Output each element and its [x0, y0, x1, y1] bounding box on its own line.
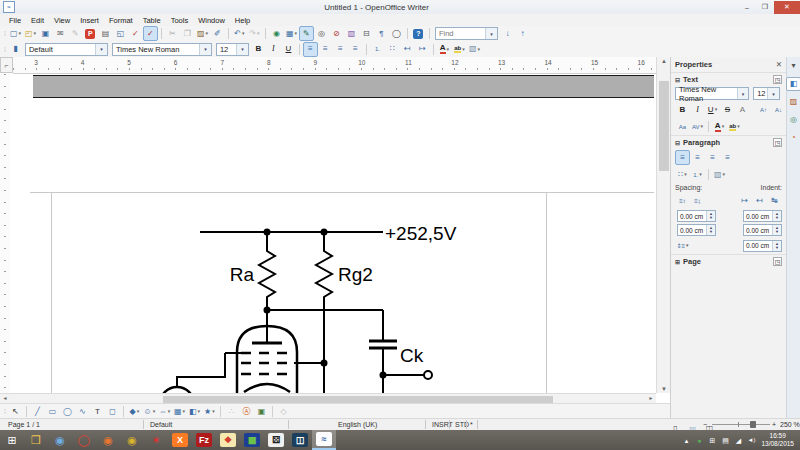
email-document[interactable]: ✉ [53, 26, 68, 41]
format-paintbrush[interactable]: ✐ [210, 26, 225, 41]
paragraph-background[interactable]: ▧▾ [712, 167, 727, 182]
strikethrough[interactable]: S [720, 102, 735, 117]
xampp[interactable]: X [168, 430, 192, 450]
start-button[interactable]: ⊞ [0, 430, 24, 450]
paragraph-background-dropdown-icon[interactable]: ▾ [723, 172, 726, 177]
security-status[interactable]: ● [693, 433, 705, 448]
fontwork-gallery[interactable]: Ⓐ [239, 404, 254, 419]
basic-shapes-dropdown-icon[interactable]: ▾ [137, 409, 140, 414]
menu-table[interactable]: Table [138, 16, 166, 25]
spacing-above-spinner[interactable]: 0.00 cm▲▼ [677, 210, 716, 222]
app-dice[interactable]: ⚄ [264, 430, 288, 450]
export-pdf[interactable]: P [83, 26, 98, 41]
tab-properties[interactable]: ◧ [786, 77, 800, 91]
page-preview[interactable]: ◱ [113, 26, 128, 41]
sb-increase-indent[interactable]: ↦ [737, 193, 752, 208]
find-replace[interactable]: ◎ [314, 26, 329, 41]
bullet-list[interactable]: ∷ [385, 42, 400, 57]
page-style-indicator[interactable]: Default [150, 421, 172, 428]
line[interactable]: ╱ [30, 404, 45, 419]
background-color-dropdown-icon[interactable]: ▾ [477, 47, 480, 52]
size-dropdown-icon[interactable]: ▾ [236, 44, 248, 55]
indent-before-spinner[interactable]: 0.00 cm▲▼ [743, 210, 782, 222]
font-dropdown-icon[interactable]: ▾ [199, 44, 211, 55]
minimize-button[interactable]: – [738, 1, 756, 14]
paste[interactable]: ▨▾ [195, 26, 210, 41]
paragraph-style-combo[interactable]: Default ▾ [25, 43, 108, 56]
grow-font[interactable]: A↑ [756, 102, 771, 117]
increase-spacing[interactable]: ≡↕ [675, 193, 690, 208]
flowchart[interactable]: ▦▾ [172, 404, 187, 419]
character-spacing[interactable]: AV▾ [690, 119, 705, 134]
sb-decrease-indent[interactable]: ↤ [752, 193, 767, 208]
sidebar-highlighting-dropdown-icon[interactable]: ▾ [737, 124, 740, 129]
formatting-marks[interactable]: ¶ [374, 26, 389, 41]
new-document-dropdown-icon[interactable]: ▾ [18, 31, 21, 36]
taskbar-clock[interactable]: 16:59 13/08/2015 [761, 432, 794, 449]
thunderbird[interactable]: ◉ [48, 430, 72, 450]
highlighting[interactable]: ab▾ [452, 42, 467, 57]
menu-file[interactable]: File [4, 16, 26, 25]
openoffice-writer-task[interactable]: ≈ [312, 430, 336, 450]
ellipse[interactable]: ◯ [60, 404, 75, 419]
background-color[interactable]: ▧▾ [467, 42, 482, 57]
draw-functions[interactable]: ✎ [299, 26, 314, 41]
maximize-button[interactable]: ❐ [756, 1, 774, 14]
tab-more[interactable]: ◔ [786, 131, 800, 145]
callouts[interactable]: ◧▾ [187, 404, 202, 419]
character-spacing-dropdown-icon[interactable]: ▾ [701, 124, 704, 129]
vertical-scrollbar[interactable]: ▲ ▼ [656, 57, 671, 393]
align-right[interactable]: ≡ [333, 42, 348, 57]
paste-dropdown-icon[interactable]: ▾ [205, 31, 208, 36]
zoom-out-button[interactable]: − [703, 421, 707, 428]
decrease-spacing[interactable]: ≡↨ [690, 193, 705, 208]
paragraph-section-header[interactable]: ⊟ Paragraph ◳ [671, 135, 786, 149]
stars[interactable]: ★▾ [202, 404, 217, 419]
open-dropdown-icon[interactable]: ▾ [33, 31, 36, 36]
page-indicator[interactable]: Page 1 / 1 [8, 421, 40, 428]
block-arrows-dropdown-icon[interactable]: ▾ [168, 409, 171, 414]
underline[interactable]: U [281, 42, 296, 57]
save[interactable]: ▣ [38, 26, 53, 41]
scroll-down-icon[interactable]: ▼ [657, 386, 671, 392]
spacing-below-spinner[interactable]: 0.00 cm▲▼ [677, 224, 716, 236]
numbered-list[interactable]: 1. [370, 42, 385, 57]
increase-indent[interactable]: ↦ [415, 42, 430, 57]
sb-bullet-list-dropdown-icon[interactable]: ▾ [684, 172, 687, 177]
callouts-dropdown-icon[interactable]: ▾ [197, 409, 200, 414]
menu-window[interactable]: Window [193, 16, 230, 25]
shrink-font[interactable]: A↓ [771, 102, 786, 117]
collapse-icon[interactable]: ⊟ [675, 139, 680, 146]
from-file[interactable]: ▣ [254, 404, 269, 419]
language-indicator[interactable]: English (UK) [338, 421, 377, 428]
sidebar-font-color-dropdown-icon[interactable]: ▾ [722, 124, 725, 129]
document-canvas[interactable]: +252,5V Ra Rg2 Ck [10, 74, 656, 393]
chrome[interactable]: ◉ [120, 430, 144, 450]
print[interactable]: ▤ [98, 26, 113, 41]
scroll-left-icon[interactable]: ◄ [0, 395, 10, 401]
find-next[interactable]: ↓ [500, 26, 515, 41]
table-dropdown-icon[interactable]: ▾ [294, 31, 297, 36]
select[interactable]: ↖ [8, 404, 23, 419]
auto-spellcheck[interactable]: ✓ [143, 26, 158, 41]
toggle-shadow[interactable]: A [735, 102, 750, 117]
app-draw[interactable]: ❖ [216, 430, 240, 450]
action-center[interactable]: ⊞ [706, 433, 718, 448]
symbol-shapes[interactable]: ☺▾ [142, 404, 157, 419]
hanging-indent[interactable]: ↹ [767, 193, 782, 208]
help[interactable]: ? [411, 26, 426, 41]
font-name-combo[interactable]: Times New Roman ▾ [112, 43, 212, 56]
tab-gallery[interactable]: ▨ [786, 95, 800, 109]
sidebar-menu[interactable]: ▾ [786, 59, 800, 73]
page-dialog-launcher[interactable]: ◳ [773, 257, 782, 266]
sidebar-underline-dropdown-icon[interactable]: ▾ [715, 107, 718, 112]
bold[interactable]: B [251, 42, 266, 57]
file-explorer[interactable]: ❒ [24, 430, 48, 450]
expand-icon[interactable]: ⊞ [675, 258, 680, 265]
app-color-grid[interactable]: ▦ [240, 430, 264, 450]
gallery[interactable]: ▧ [344, 26, 359, 41]
indent-after-spinner[interactable]: 0.00 cm▲▼ [743, 224, 782, 236]
hyperlink[interactable]: ◉ [269, 26, 284, 41]
zoom-percentage[interactable]: 250 % [780, 421, 800, 428]
styles-window-button[interactable]: ▮ [8, 42, 23, 57]
